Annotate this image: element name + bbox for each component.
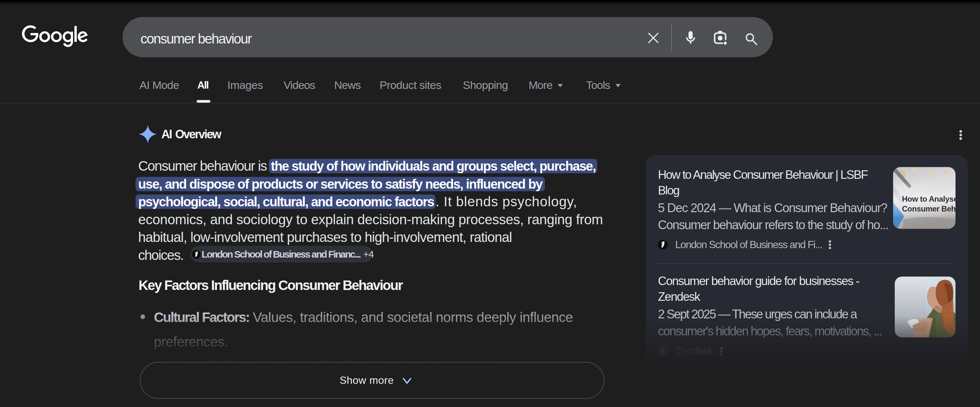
svg-text:Consumer Beh: Consumer Beh [902,204,956,213]
svg-text:How to Analyse: How to Analyse [902,195,956,203]
